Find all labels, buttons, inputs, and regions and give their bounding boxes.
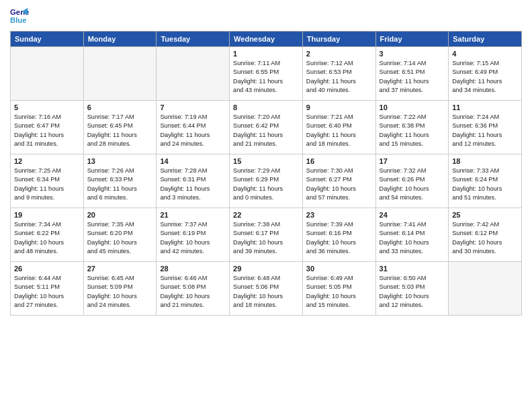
day-number: 19 (14, 211, 80, 219)
page: General Blue SundayMondayTuesdayWednesda… (0, 0, 532, 411)
week-row-3: 12Sunrise: 7:25 AM Sunset: 6:34 PM Dayli… (11, 154, 522, 208)
day-info: Sunrise: 7:26 AM Sunset: 6:33 PM Dayligh… (87, 167, 153, 202)
day-number: 24 (380, 211, 445, 219)
calendar-cell (11, 47, 84, 101)
day-info: Sunrise: 7:25 AM Sunset: 6:34 PM Dayligh… (14, 167, 80, 202)
logo: General Blue (10, 7, 32, 26)
calendar-cell: 22Sunrise: 7:38 AM Sunset: 6:17 PM Dayli… (230, 208, 303, 262)
calendar-cell: 31Sunrise: 6:50 AM Sunset: 5:03 PM Dayli… (375, 262, 449, 316)
calendar-cell: 25Sunrise: 7:42 AM Sunset: 6:12 PM Dayli… (449, 208, 522, 262)
calendar-cell: 24Sunrise: 7:41 AM Sunset: 6:14 PM Dayli… (375, 208, 449, 262)
week-row-2: 5Sunrise: 7:16 AM Sunset: 6:47 PM Daylig… (11, 101, 522, 154)
day-number: 26 (14, 265, 80, 273)
calendar-cell: 15Sunrise: 7:29 AM Sunset: 6:29 PM Dayli… (230, 154, 303, 208)
day-info: Sunrise: 6:46 AM Sunset: 5:08 PM Dayligh… (160, 274, 226, 310)
week-row-4: 19Sunrise: 7:34 AM Sunset: 6:22 PM Dayli… (11, 208, 522, 262)
calendar-cell (449, 262, 522, 316)
calendar-cell: 13Sunrise: 7:26 AM Sunset: 6:33 PM Dayli… (83, 154, 157, 208)
calendar-cell: 17Sunrise: 7:32 AM Sunset: 6:26 PM Dayli… (375, 154, 449, 208)
calendar-cell: 3Sunrise: 7:14 AM Sunset: 6:51 PM Daylig… (375, 47, 449, 101)
day-number: 14 (160, 157, 226, 165)
day-number: 8 (233, 103, 299, 111)
day-info: Sunrise: 6:50 AM Sunset: 5:03 PM Dayligh… (380, 274, 445, 310)
day-info: Sunrise: 7:19 AM Sunset: 6:44 PM Dayligh… (160, 113, 226, 148)
day-number: 7 (160, 103, 226, 111)
calendar-cell: 12Sunrise: 7:25 AM Sunset: 6:34 PM Dayli… (11, 154, 84, 208)
day-info: Sunrise: 6:49 AM Sunset: 5:05 PM Dayligh… (306, 274, 372, 310)
weekday-header-saturday: Saturday (449, 32, 522, 47)
day-info: Sunrise: 7:33 AM Sunset: 6:24 PM Dayligh… (452, 167, 518, 202)
logo-icon: General Blue (10, 7, 29, 26)
day-number: 20 (87, 211, 153, 219)
calendar-cell: 10Sunrise: 7:22 AM Sunset: 6:38 PM Dayli… (375, 101, 449, 154)
calendar-cell: 6Sunrise: 7:17 AM Sunset: 6:45 PM Daylig… (83, 101, 157, 154)
day-info: Sunrise: 7:34 AM Sunset: 6:22 PM Dayligh… (14, 220, 80, 256)
day-info: Sunrise: 7:12 AM Sunset: 6:53 PM Dayligh… (306, 59, 372, 95)
day-info: Sunrise: 7:39 AM Sunset: 6:16 PM Dayligh… (306, 220, 372, 256)
day-number: 15 (233, 157, 299, 165)
day-number: 25 (452, 211, 518, 219)
weekday-header-row: SundayMondayTuesdayWednesdayThursdayFrid… (11, 32, 522, 47)
day-info: Sunrise: 7:20 AM Sunset: 6:42 PM Dayligh… (233, 113, 299, 148)
day-info: Sunrise: 7:28 AM Sunset: 6:31 PM Dayligh… (160, 167, 226, 202)
day-number: 23 (306, 211, 372, 219)
day-number: 22 (233, 211, 299, 219)
day-info: Sunrise: 7:37 AM Sunset: 6:19 PM Dayligh… (160, 220, 226, 256)
day-info: Sunrise: 7:22 AM Sunset: 6:38 PM Dayligh… (380, 113, 445, 148)
weekday-header-thursday: Thursday (302, 32, 375, 47)
day-number: 2 (306, 50, 372, 58)
day-info: Sunrise: 6:45 AM Sunset: 5:09 PM Dayligh… (87, 274, 153, 310)
calendar-cell: 14Sunrise: 7:28 AM Sunset: 6:31 PM Dayli… (157, 154, 230, 208)
day-number: 13 (87, 157, 153, 165)
weekday-header-wednesday: Wednesday (230, 32, 303, 47)
day-info: Sunrise: 7:29 AM Sunset: 6:29 PM Dayligh… (233, 167, 299, 202)
calendar-cell: 19Sunrise: 7:34 AM Sunset: 6:22 PM Dayli… (11, 208, 84, 262)
day-info: Sunrise: 7:11 AM Sunset: 6:55 PM Dayligh… (233, 59, 299, 95)
calendar-cell: 8Sunrise: 7:20 AM Sunset: 6:42 PM Daylig… (230, 101, 303, 154)
calendar-cell: 5Sunrise: 7:16 AM Sunset: 6:47 PM Daylig… (11, 101, 84, 154)
day-number: 16 (306, 157, 372, 165)
day-info: Sunrise: 7:14 AM Sunset: 6:51 PM Dayligh… (380, 59, 445, 95)
day-number: 31 (380, 265, 445, 273)
day-number: 9 (306, 103, 372, 111)
day-number: 28 (160, 265, 226, 273)
weekday-header-friday: Friday (375, 32, 449, 47)
calendar-cell: 23Sunrise: 7:39 AM Sunset: 6:16 PM Dayli… (302, 208, 375, 262)
calendar-cell: 2Sunrise: 7:12 AM Sunset: 6:53 PM Daylig… (302, 47, 375, 101)
calendar-cell: 21Sunrise: 7:37 AM Sunset: 6:19 PM Dayli… (157, 208, 230, 262)
day-info: Sunrise: 7:30 AM Sunset: 6:27 PM Dayligh… (306, 167, 372, 202)
day-info: Sunrise: 7:24 AM Sunset: 6:36 PM Dayligh… (452, 113, 518, 148)
day-number: 12 (14, 157, 80, 165)
calendar-cell: 26Sunrise: 6:44 AM Sunset: 5:11 PM Dayli… (11, 262, 84, 316)
day-number: 4 (452, 50, 518, 58)
day-number: 21 (160, 211, 226, 219)
day-number: 10 (380, 103, 445, 111)
day-info: Sunrise: 7:38 AM Sunset: 6:17 PM Dayligh… (233, 220, 299, 256)
calendar-cell: 20Sunrise: 7:35 AM Sunset: 6:20 PM Dayli… (83, 208, 157, 262)
day-info: Sunrise: 7:42 AM Sunset: 6:12 PM Dayligh… (452, 220, 518, 256)
day-number: 29 (233, 265, 299, 273)
svg-text:Blue: Blue (10, 16, 27, 24)
week-row-1: 1Sunrise: 7:11 AM Sunset: 6:55 PM Daylig… (11, 47, 522, 101)
header: General Blue (10, 7, 522, 26)
day-info: Sunrise: 7:41 AM Sunset: 6:14 PM Dayligh… (380, 220, 445, 256)
calendar-cell: 7Sunrise: 7:19 AM Sunset: 6:44 PM Daylig… (157, 101, 230, 154)
calendar-cell: 11Sunrise: 7:24 AM Sunset: 6:36 PM Dayli… (449, 101, 522, 154)
day-info: Sunrise: 7:35 AM Sunset: 6:20 PM Dayligh… (87, 220, 153, 256)
day-number: 11 (452, 103, 518, 111)
day-info: Sunrise: 7:16 AM Sunset: 6:47 PM Dayligh… (14, 113, 80, 148)
calendar-cell: 29Sunrise: 6:48 AM Sunset: 5:06 PM Dayli… (230, 262, 303, 316)
day-number: 5 (14, 103, 80, 111)
calendar-cell: 28Sunrise: 6:46 AM Sunset: 5:08 PM Dayli… (157, 262, 230, 316)
calendar-cell: 16Sunrise: 7:30 AM Sunset: 6:27 PM Dayli… (302, 154, 375, 208)
weekday-header-tuesday: Tuesday (157, 32, 230, 47)
day-number: 3 (380, 50, 445, 58)
calendar-cell: 30Sunrise: 6:49 AM Sunset: 5:05 PM Dayli… (302, 262, 375, 316)
day-number: 6 (87, 103, 153, 111)
calendar-table: SundayMondayTuesdayWednesdayThursdayFrid… (10, 31, 522, 316)
weekday-header-monday: Monday (83, 32, 157, 47)
day-number: 17 (380, 157, 445, 165)
calendar-cell: 1Sunrise: 7:11 AM Sunset: 6:55 PM Daylig… (230, 47, 303, 101)
day-info: Sunrise: 7:32 AM Sunset: 6:26 PM Dayligh… (380, 167, 445, 202)
weekday-header-sunday: Sunday (11, 32, 84, 47)
